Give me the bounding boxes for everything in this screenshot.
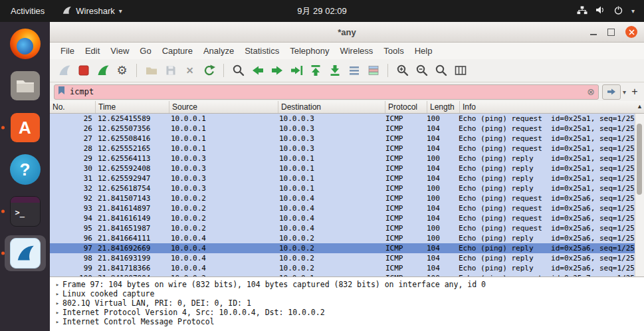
menu-telephony[interactable]: Telephony: [284, 44, 334, 58]
packet-row-100[interactable]: 10021.84180700410.0.0.210.0.0.1ICMP100Ec…: [50, 273, 635, 276]
packet-row-99[interactable]: 9921.84171836610.0.0.410.0.0.2ICMP104Ech…: [50, 263, 635, 273]
packet-list[interactable]: 2512.62541558910.0.0.110.0.0.3ICMP100Ech…: [50, 114, 644, 276]
expand-arrow-icon[interactable]: ▸: [53, 317, 62, 326]
dock-item-help[interactable]: ?: [5, 152, 46, 187]
packet-row-94[interactable]: 9421.84161614910.0.0.210.0.0.4ICMP104Ech…: [50, 213, 635, 223]
packet-row-97[interactable]: 9721.84169266910.0.0.410.0.0.2ICMP104Ech…: [50, 243, 635, 253]
scroll-up-arrow-icon[interactable]: ▲: [637, 103, 643, 110]
menu-edit[interactable]: Edit: [80, 44, 105, 58]
packet-row-32[interactable]: 3212.62561875410.0.0.310.0.0.1ICMP100Ech…: [50, 183, 635, 193]
menu-tools[interactable]: Tools: [378, 44, 409, 58]
dock-item-terminal[interactable]: >_: [5, 193, 46, 229]
dock-item-wireshark[interactable]: [5, 235, 46, 271]
dock-item-firefox[interactable]: [5, 26, 46, 62]
menu-statistics[interactable]: Statistics: [239, 44, 284, 58]
filter-dropdown-icon[interactable]: ▾: [623, 88, 626, 96]
dock-item-files[interactable]: [5, 68, 46, 104]
running-indicator-dot: [1, 252, 5, 255]
menu-file[interactable]: File: [55, 44, 80, 58]
menu-capture[interactable]: Capture: [157, 44, 198, 58]
column-header-info[interactable]: Info: [460, 101, 635, 113]
reload-file-icon[interactable]: [200, 62, 218, 79]
column-header-dst[interactable]: Destination: [278, 101, 385, 113]
column-header-len[interactable]: Length: [427, 101, 460, 113]
cell-dst: 10.0.0.4: [276, 223, 383, 233]
menu-wireless[interactable]: Wireless: [334, 44, 378, 58]
vertical-scrollbar[interactable]: [635, 114, 644, 276]
menu-analyze[interactable]: Analyze: [198, 44, 239, 58]
dock-item-app-center[interactable]: A: [5, 110, 46, 146]
clock[interactable]: 9月 29 02:09: [297, 5, 346, 17]
activities-button[interactable]: Activities: [0, 0, 55, 22]
clear-filter-icon[interactable]: ⊗: [587, 87, 595, 96]
capture-options-icon[interactable]: ⚙: [113, 62, 131, 79]
next-packet-icon[interactable]: [268, 62, 286, 79]
save-file-icon[interactable]: [161, 62, 179, 79]
packet-row-26[interactable]: 2612.62550735610.0.0.110.0.0.3ICMP104Ech…: [50, 124, 635, 134]
packet-row-29[interactable]: 2912.62556411310.0.0.310.0.0.1ICMP100Ech…: [50, 154, 635, 164]
cell-info: Echo (ping) request id=0x25a6, seq=1/256…: [456, 193, 635, 203]
detail-row[interactable]: ▸Internet Control Message Protocol: [53, 317, 641, 326]
menu-go[interactable]: Go: [134, 44, 156, 58]
cell-dst: 10.0.0.4: [276, 213, 383, 223]
display-filter-field[interactable]: ⊗: [54, 84, 599, 100]
scrollbar-thumb[interactable]: [637, 124, 642, 195]
cell-no: 29: [50, 154, 95, 164]
close-button[interactable]: [625, 26, 637, 38]
packet-row-31[interactable]: 3112.62559294710.0.0.310.0.0.1ICMP104Ech…: [50, 173, 635, 183]
main-toolbar: ⚙ ✕: [50, 59, 644, 82]
stop-capture-icon[interactable]: [74, 62, 92, 79]
auto-scroll-icon[interactable]: [345, 62, 363, 79]
display-filter-input[interactable]: [68, 86, 584, 97]
packet-row-92[interactable]: 9221.84150714310.0.0.210.0.0.4ICMP100Ech…: [50, 193, 635, 203]
expand-arrow-icon[interactable]: ▸: [53, 298, 62, 308]
expand-arrow-icon[interactable]: ▸: [53, 280, 62, 289]
cell-len: 104: [424, 134, 456, 144]
column-header-src[interactable]: Source: [169, 101, 278, 113]
app-menu-button[interactable]: Wireshark ▾: [55, 0, 129, 22]
wireshark-window: *any FileEditViewGoCaptureAnalyzeStatist…: [50, 22, 644, 331]
open-file-icon[interactable]: [142, 62, 160, 79]
resize-columns-icon[interactable]: [451, 62, 469, 79]
menu-view[interactable]: View: [105, 44, 134, 58]
packet-row-28[interactable]: 2812.62555216510.0.0.110.0.0.3ICMP104Ech…: [50, 144, 635, 154]
close-file-icon[interactable]: ✕: [181, 62, 199, 79]
expand-arrow-icon[interactable]: ▸: [53, 289, 62, 298]
start-capture-icon[interactable]: [55, 62, 73, 79]
zoom-original-icon[interactable]: [432, 62, 450, 79]
maximize-button[interactable]: [607, 29, 615, 36]
packet-row-25[interactable]: 2512.62541558910.0.0.110.0.0.3ICMP100Ech…: [50, 114, 635, 124]
colorize-icon[interactable]: [364, 62, 382, 79]
detail-row[interactable]: ▸802.1Q Virtual LAN, PRI: 0, DEI: 0, ID:…: [53, 298, 641, 308]
filter-bookmark-icon[interactable]: [58, 86, 65, 98]
previous-packet-icon[interactable]: [249, 62, 267, 79]
packet-row-98[interactable]: 9821.84169319910.0.0.410.0.0.2ICMP104Ech…: [50, 253, 635, 263]
expand-arrow-icon[interactable]: ▸: [53, 308, 62, 317]
last-packet-icon[interactable]: [326, 62, 344, 79]
restart-capture-icon[interactable]: [94, 62, 112, 79]
find-packet-icon[interactable]: [229, 62, 247, 79]
packet-details[interactable]: ▸Frame 97: 104 bytes on wire (832 bits),…: [50, 276, 644, 331]
detail-row[interactable]: ▸Internet Protocol Version 4, Src: 10.0.…: [53, 308, 641, 317]
add-filter-button[interactable]: +: [629, 86, 640, 97]
first-packet-icon[interactable]: [306, 62, 324, 79]
detail-row[interactable]: ▸Frame 97: 104 bytes on wire (832 bits),…: [53, 280, 641, 289]
goto-packet-icon[interactable]: [287, 62, 305, 79]
packet-row-93[interactable]: 9321.84161489710.0.0.210.0.0.4ICMP104Ech…: [50, 203, 635, 213]
zoom-in-icon[interactable]: [393, 62, 411, 79]
cell-time: 21.841692669: [95, 243, 168, 253]
column-header-proto[interactable]: Protocol: [385, 101, 427, 113]
packet-row-27[interactable]: 2712.62550841610.0.0.110.0.0.3ICMP104Ech…: [50, 134, 635, 144]
packet-row-30[interactable]: 3012.62559240810.0.0.310.0.0.1ICMP104Ech…: [50, 164, 635, 173]
packet-row-95[interactable]: 9521.84165198710.0.0.210.0.0.4ICMP100Ech…: [50, 223, 635, 233]
packet-row-96[interactable]: 9621.84166411110.0.0.410.0.0.2ICMP100Ech…: [50, 233, 635, 243]
menu-help[interactable]: Help: [409, 44, 438, 58]
zoom-out-icon[interactable]: [413, 62, 431, 79]
column-header-no[interactable]: No.: [50, 101, 96, 113]
apply-filter-button[interactable]: [602, 84, 621, 100]
window-titlebar[interactable]: *any: [50, 22, 644, 43]
system-tray[interactable]: ▾: [577, 5, 644, 17]
column-header-time[interactable]: Time: [96, 101, 169, 113]
minimize-button[interactable]: [590, 34, 597, 35]
detail-row[interactable]: ▸Linux cooked capture: [53, 289, 641, 298]
